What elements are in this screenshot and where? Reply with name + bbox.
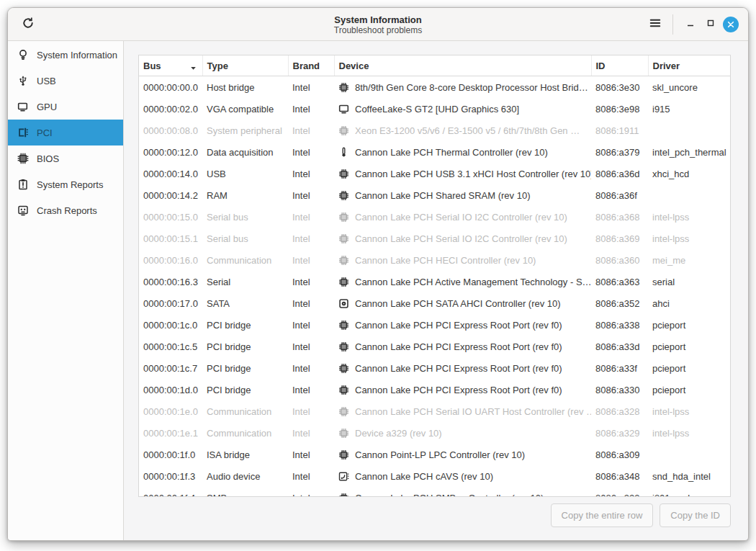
cell-id: 8086:a323: [591, 487, 648, 497]
sidebar-item-gpu[interactable]: GPU: [8, 94, 123, 120]
sidebar-item-bios[interactable]: BIOS: [8, 145, 123, 171]
column-label: Device: [339, 61, 369, 71]
device-name: Xeon E3-1200 v5/v6 / E3-1500 v5 / 6th/7t…: [355, 125, 580, 136]
table-row[interactable]: 0000:00:17.0SATAIntelCannon Lake PCH SAT…: [139, 292, 730, 314]
sidebar-item-pci[interactable]: PCI: [8, 120, 123, 145]
cell-bus: 0000:00:12.0: [139, 141, 202, 163]
table-row[interactable]: 0000:00:1f.0ISA bridgeIntelCannon Point-…: [139, 444, 730, 465]
cell-device: CoffeeLake-S GT2 [UHD Graphics 630]: [334, 98, 591, 120]
column-label: Type: [207, 61, 228, 71]
table-row[interactable]: 0000:00:1c.5PCI bridgeIntelCannon Lake P…: [139, 336, 730, 357]
cell-type: Host bridge: [202, 76, 288, 99]
chip-icon: [338, 449, 349, 460]
table-row[interactable]: 0000:00:16.0CommunicationIntelCannon Lak…: [139, 249, 730, 271]
sidebar-item-usb[interactable]: USB: [8, 68, 123, 94]
table-row[interactable]: 0000:00:08.0System peripheralIntelXeon E…: [139, 120, 730, 141]
cell-type: VGA compatible: [202, 98, 288, 120]
cell-brand: Intel: [288, 76, 334, 99]
cell-bus: 0000:00:14.0: [139, 163, 202, 184]
sidebar-item-system-reports[interactable]: System Reports: [8, 171, 123, 197]
cell-driver: intel-lpss: [648, 400, 730, 422]
thermometer-icon: [338, 147, 349, 158]
cell-device: Cannon Lake PCH Serial IO I2C Controller…: [334, 206, 591, 228]
chip-icon: [338, 341, 349, 352]
cell-id: 8086:a379: [591, 141, 648, 163]
cell-brand: Intel: [288, 400, 334, 422]
table-row[interactable]: 0000:00:14.0USBIntelCannon Lake PCH USB …: [139, 163, 730, 184]
column-header-driver[interactable]: Driver: [648, 55, 730, 76]
chip-icon: [338, 125, 349, 136]
cell-brand: Intel: [288, 465, 334, 487]
cell-id: 8086:a36f: [591, 184, 648, 206]
cell-brand: Intel: [288, 487, 334, 497]
chip-icon: [338, 190, 349, 201]
table-row[interactable]: 0000:00:1c.0PCI bridgeIntelCannon Lake P…: [139, 314, 730, 336]
table-row[interactable]: 0000:00:1e.0CommunicationIntelCannon Lak…: [139, 400, 730, 422]
refresh-button[interactable]: [17, 13, 40, 36]
device-name: Cannon Lake PCH PCI Express Root Port (r…: [355, 385, 562, 395]
column-header-brand[interactable]: Brand: [288, 55, 334, 76]
cell-device: 8th/9th Gen Core 8-core Desktop Processo…: [334, 76, 591, 99]
minimize-button[interactable]: [680, 13, 701, 36]
cell-id: 8086:a33d: [591, 336, 648, 357]
cell-id: 8086:3e98: [591, 98, 648, 120]
headerbar-separator: [672, 14, 673, 35]
cell-bus: 0000:00:16.3: [139, 271, 202, 292]
table-row[interactable]: 0000:00:16.3SerialIntelCannon Lake PCH A…: [139, 271, 730, 292]
column-header-id[interactable]: ID: [591, 55, 648, 76]
table-row[interactable]: 0000:00:1e.1CommunicationIntelDevice a32…: [139, 422, 730, 444]
table-row[interactable]: 0000:00:15.0Serial busIntelCannon Lake P…: [139, 206, 730, 228]
cell-bus: 0000:00:00.0: [139, 76, 202, 99]
sidebar-item-system-information[interactable]: System Information: [8, 42, 123, 68]
table-row[interactable]: 0000:00:14.2RAMIntelCannon Lake PCH Shar…: [139, 184, 730, 206]
maximize-button[interactable]: [701, 13, 721, 36]
table-row[interactable]: 0000:00:02.0VGA compatibleIntelCoffeeLak…: [139, 98, 730, 120]
cell-driver: serial: [648, 271, 730, 292]
column-header-type[interactable]: Type: [202, 55, 288, 76]
cell-device: Cannon Lake PCH PCI Express Root Port (r…: [334, 314, 591, 336]
app-window: System Information Troubleshoot problems: [7, 7, 749, 541]
table-row[interactable]: 0000:00:12.0Data acquisitionIntelCannon …: [139, 141, 730, 163]
disk-icon: [338, 298, 349, 309]
cell-driver: snd_hda_intel: [648, 465, 730, 487]
sidebar-item-crash-reports[interactable]: Crash Reports: [8, 197, 123, 223]
sidebar: System InformationUSBGPUPCIBIOSSystem Re…: [8, 41, 124, 540]
table-row[interactable]: 0000:00:1d.0PCI bridgeIntelCannon Lake P…: [139, 379, 730, 400]
cell-device: Cannon Lake PCH HECI Controller (rev 10): [334, 249, 591, 271]
column-header-device[interactable]: Device: [334, 55, 591, 76]
cell-id: 8086:a348: [591, 465, 648, 487]
cell-bus: 0000:00:02.0: [139, 98, 202, 120]
chip-icon: [338, 255, 349, 266]
table-row[interactable]: 0000:00:1c.7PCI bridgeIntelCannon Lake P…: [139, 357, 730, 379]
cell-bus: 0000:00:1f.3: [139, 465, 202, 487]
table-row[interactable]: 0000:00:1f.3Audio deviceIntelCannon Lake…: [139, 465, 730, 487]
cell-id: 8086:a368: [591, 206, 648, 228]
device-name: Cannon Lake PCH cAVS (rev 10): [355, 471, 493, 482]
chip-icon: [338, 277, 349, 287]
device-name: Cannon Lake PCH PCI Express Root Port (r…: [355, 341, 562, 352]
cell-type: PCI bridge: [202, 314, 288, 336]
table-row[interactable]: 0000:00:15.1Serial busIntelCannon Lake P…: [139, 228, 730, 249]
cell-brand: Intel: [288, 98, 334, 120]
cell-brand: Intel: [288, 357, 334, 379]
cell-id: 8086:a330: [591, 379, 648, 400]
menu-button[interactable]: [644, 13, 667, 36]
cell-bus: 0000:00:08.0: [139, 120, 202, 141]
device-name: Cannon Lake PCH USB 3.1 xHCI Host Contro…: [355, 169, 591, 179]
table-row[interactable]: 0000:00:1f.4SMBusIntelCannon Lake PCH SM…: [139, 487, 730, 497]
column-header-bus[interactable]: Bus: [139, 55, 202, 76]
cell-bus: 0000:00:1e.0: [139, 400, 202, 422]
window-subtitle: Troubleshoot problems: [334, 24, 422, 35]
cell-type: Communication: [202, 400, 288, 422]
crash-icon: [17, 205, 29, 217]
cell-brand: Intel: [288, 249, 334, 271]
cell-bus: 0000:00:1c.5: [139, 336, 202, 357]
table-row[interactable]: 0000:00:00.0Host bridgeIntel8th/9th Gen …: [139, 76, 730, 99]
close-button[interactable]: [721, 13, 741, 36]
sidebar-item-label: BIOS: [37, 153, 59, 164]
cell-type: PCI bridge: [202, 379, 288, 400]
copy-id-button[interactable]: Copy the ID: [660, 503, 731, 527]
cell-driver: i801_smbus: [648, 487, 730, 497]
copy-row-button[interactable]: Copy the entire row: [551, 503, 654, 527]
cell-id: 8086:a360: [591, 249, 648, 271]
